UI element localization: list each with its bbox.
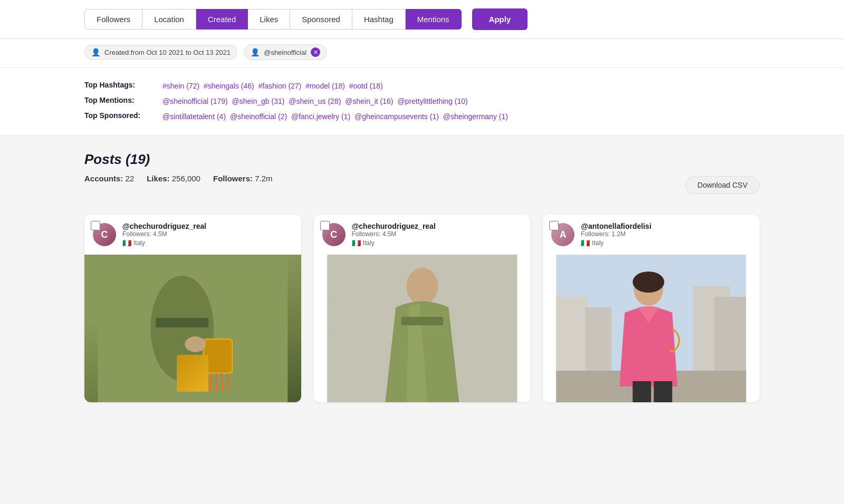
post-card-1: C @chechurodriguez_real Followers: 4.5M … bbox=[84, 215, 301, 402]
sponsored-sheinofficial[interactable]: @sheinofficial (2) bbox=[230, 112, 287, 121]
stats-rows: Top Hashtags: #shein (72) #sheingals (46… bbox=[84, 81, 760, 122]
svg-point-10 bbox=[185, 336, 206, 352]
post-2-svg bbox=[314, 255, 531, 402]
post-2-location: 🇮🇹 Italy bbox=[352, 239, 436, 247]
filter-btn-hashtag[interactable]: Hashtag bbox=[352, 9, 406, 30]
apply-button[interactable]: Apply bbox=[472, 8, 528, 30]
likes-label: Likes: bbox=[147, 174, 169, 183]
sponsored-fancijewelry[interactable]: @fanci.jewelry (1) bbox=[291, 112, 350, 121]
calendar-icon: 👤 bbox=[91, 48, 100, 56]
post-1-username[interactable]: @chechurodriguez_real bbox=[122, 222, 206, 230]
svg-rect-16 bbox=[401, 317, 443, 325]
post-card-3: A @antonellafiordelisi Followers: 1.2M 🇮… bbox=[543, 215, 760, 402]
post-3-svg bbox=[543, 255, 760, 402]
accounts-stat: Accounts: 22 bbox=[84, 174, 134, 183]
followers-label: Followers: bbox=[213, 174, 253, 183]
hashtags-label: Top Hashtags: bbox=[84, 81, 158, 89]
svg-point-1 bbox=[150, 276, 214, 381]
filter-bar: Followers Location Created Likes Sponsor… bbox=[0, 0, 844, 39]
posts-meta-row: Accounts: 22 Likes: 256,000 Followers: 7… bbox=[84, 174, 760, 196]
svg-rect-26 bbox=[654, 381, 673, 402]
hashtag-model[interactable]: #model (18) bbox=[305, 82, 345, 90]
hashtag-ootd[interactable]: #ootd (18) bbox=[349, 82, 383, 90]
mentions-value: @sheinofficial (179) @shein_gb (31) @she… bbox=[162, 96, 470, 107]
post-1-svg bbox=[84, 255, 301, 402]
svg-rect-3 bbox=[203, 339, 232, 373]
post-1-user-info: C @chechurodriguez_real Followers: 4.5M … bbox=[84, 215, 301, 255]
filter-btn-created[interactable]: Created bbox=[196, 9, 248, 30]
post-3-checkbox[interactable] bbox=[549, 221, 559, 230]
post-2-checkbox[interactable] bbox=[320, 221, 330, 230]
post-2-username[interactable]: @chechurodriguez_real bbox=[352, 222, 436, 230]
followers-value: 7.2m bbox=[255, 174, 272, 183]
svg-rect-2 bbox=[156, 318, 208, 327]
followers-stat: Followers: 7.2m bbox=[213, 174, 273, 183]
sponsored-sheingermany[interactable]: @sheingermany (1) bbox=[443, 112, 508, 121]
mentions-row: Top Mentions: @sheinofficial (179) @shei… bbox=[84, 96, 760, 107]
sponsored-label: Top Sponsored: bbox=[84, 111, 158, 120]
post-1-followers: Followers: 4.5M bbox=[122, 230, 206, 238]
post-3-user-details: @antonellafiordelisi Followers: 1.2M 🇮🇹 … bbox=[581, 222, 651, 247]
filter-btn-mentions[interactable]: Mentions bbox=[406, 9, 462, 30]
mentions-label: Top Mentions: bbox=[84, 96, 158, 104]
download-csv-button[interactable]: Download CSV bbox=[685, 176, 760, 194]
post-card-2: C @chechurodriguez_real Followers: 4.5M … bbox=[314, 215, 531, 402]
person-icon: 👤 bbox=[251, 48, 260, 56]
mention-sheinus[interactable]: @shein_us (28) bbox=[289, 97, 341, 105]
likes-value: 256,000 bbox=[172, 174, 200, 183]
filter-btn-likes[interactable]: Likes bbox=[248, 9, 290, 30]
stats-section: Top Hashtags: #shein (72) #sheingals (46… bbox=[0, 68, 844, 135]
hashtags-value: #shein (72) #sheingals (46) #fashion (27… bbox=[162, 81, 385, 92]
sponsored-row: Top Sponsored: @sintillatetalent (4) @sh… bbox=[84, 111, 760, 122]
sponsored-gheincampus[interactable]: @gheincampusevents (1) bbox=[354, 112, 439, 121]
active-filter-tags: 👤 Created:from Oct 10 2021 to Oct 13 202… bbox=[0, 39, 844, 68]
post-1-checkbox[interactable] bbox=[91, 221, 100, 230]
mention-sheinit[interactable]: @shein_it (16) bbox=[345, 97, 393, 105]
mention-tag: 👤 @sheinofficial ✕ bbox=[244, 44, 327, 60]
svg-rect-25 bbox=[633, 381, 651, 402]
post-3-location: 🇮🇹 Italy bbox=[581, 239, 651, 247]
post-3-flag: 🇮🇹 bbox=[581, 239, 590, 247]
date-range-tag: 👤 Created:from Oct 10 2021 to Oct 13 202… bbox=[84, 45, 237, 60]
posts-title: Posts (19) bbox=[84, 151, 760, 168]
post-1-country: Italy bbox=[133, 239, 145, 247]
svg-point-24 bbox=[633, 272, 665, 293]
post-1-user-details: @chechurodriguez_real Followers: 4.5M 🇮🇹… bbox=[122, 222, 206, 247]
sponsored-sintillatetalent[interactable]: @sintillatetalent (4) bbox=[162, 112, 226, 121]
posts-header: Posts (19) Accounts: 22 Likes: 256,000 F… bbox=[84, 151, 760, 204]
filter-btn-sponsored[interactable]: Sponsored bbox=[290, 9, 352, 30]
post-2-followers: Followers: 4.5M bbox=[352, 230, 436, 238]
accounts-value: 22 bbox=[126, 174, 135, 183]
filter-btn-followers[interactable]: Followers bbox=[84, 9, 142, 30]
date-range-label: Created:from Oct 10 2021 to Oct 13 2021 bbox=[104, 49, 231, 56]
posts-grid: C @chechurodriguez_real Followers: 4.5M … bbox=[84, 215, 760, 402]
post-3-followers: Followers: 1.2M bbox=[581, 230, 651, 238]
hashtag-fashion[interactable]: #fashion (27) bbox=[258, 82, 302, 90]
post-3-username[interactable]: @antonellafiordelisi bbox=[581, 222, 651, 230]
post-1-flag: 🇮🇹 bbox=[122, 239, 131, 247]
mention-sheinofficial[interactable]: @sheinofficial (179) bbox=[162, 97, 228, 105]
filter-btn-location[interactable]: Location bbox=[142, 9, 196, 30]
post-1-location: 🇮🇹 Italy bbox=[122, 239, 206, 247]
mention-prettylittlething[interactable]: @prettylittlething (10) bbox=[397, 97, 467, 105]
posts-meta: Accounts: 22 Likes: 256,000 Followers: 7… bbox=[84, 174, 273, 183]
svg-line-8 bbox=[222, 373, 222, 391]
likes-stat: Likes: 256,000 bbox=[147, 174, 200, 183]
svg-line-5 bbox=[203, 373, 206, 389]
post-2-image[interactable] bbox=[314, 255, 531, 402]
post-1-image[interactable] bbox=[84, 255, 301, 402]
posts-section: Posts (19) Accounts: 22 Likes: 256,000 F… bbox=[0, 135, 844, 418]
svg-line-7 bbox=[216, 373, 216, 392]
accounts-label: Accounts: bbox=[84, 174, 123, 183]
hashtag-shein[interactable]: #shein (72) bbox=[162, 82, 199, 90]
post-3-user-info: A @antonellafiordelisi Followers: 1.2M 🇮… bbox=[543, 215, 760, 255]
post-2-country: Italy bbox=[363, 239, 375, 247]
remove-mention-tag-button[interactable]: ✕ bbox=[311, 47, 320, 57]
post-3-country: Italy bbox=[592, 239, 603, 247]
hashtag-sheingals[interactable]: #sheingals (46) bbox=[204, 82, 254, 90]
mention-sheingb[interactable]: @shein_gb (31) bbox=[232, 97, 285, 105]
post-2-flag: 🇮🇹 bbox=[352, 239, 361, 247]
post-3-image[interactable] bbox=[543, 255, 760, 402]
post-2-user-details: @chechurodriguez_real Followers: 4.5M 🇮🇹… bbox=[352, 222, 436, 247]
sponsored-value: @sintillatetalent (4) @sheinofficial (2)… bbox=[162, 111, 510, 122]
